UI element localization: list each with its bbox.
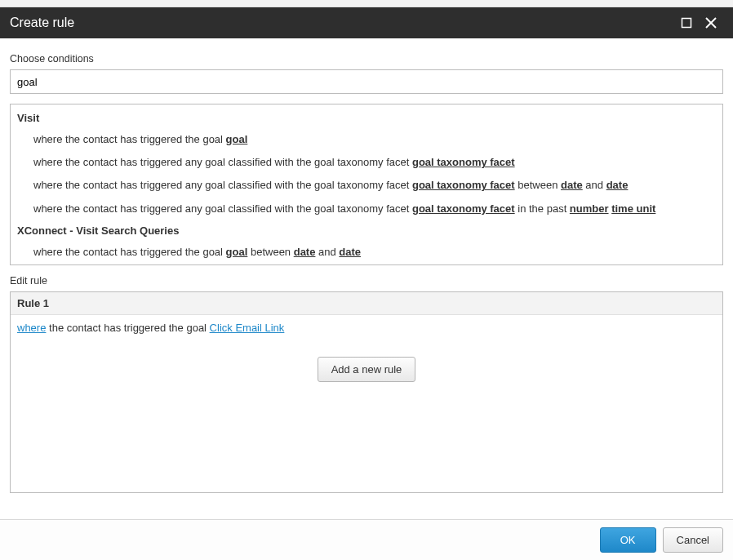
close-icon xyxy=(704,16,717,29)
close-button[interactable] xyxy=(699,11,723,35)
condition-token[interactable]: goal taxonomy facet xyxy=(412,156,515,168)
condition-row[interactable]: where the contact has triggered any goal… xyxy=(11,198,722,220)
condition-token[interactable]: goal taxonomy facet xyxy=(412,202,515,215)
condition-group-header: XConnect - Visit Search Queries xyxy=(11,220,722,241)
edit-rule-label: Edit rule xyxy=(10,275,723,287)
add-rule-button[interactable]: Add a new rule xyxy=(318,357,416,382)
condition-text: where the contact has triggered any goal… xyxy=(33,156,412,168)
condition-row[interactable]: where the contact has triggered the goal… xyxy=(11,128,722,151)
condition-text: in the past xyxy=(515,202,570,215)
ok-button[interactable]: OK xyxy=(600,527,656,553)
rule-mid-text: the contact has triggered the goal xyxy=(46,322,209,334)
condition-token[interactable]: goal xyxy=(226,133,248,145)
condition-row[interactable]: where the contact has triggered the goal… xyxy=(11,241,722,264)
condition-row[interactable]: where the contact has triggered any goal… xyxy=(11,174,722,197)
condition-token[interactable]: goal xyxy=(226,246,248,258)
condition-text: and xyxy=(315,246,339,258)
maximize-button[interactable] xyxy=(674,11,699,35)
dialog-title: Create rule xyxy=(10,16,674,30)
rule-editor: Rule 1 where the contact has triggered t… xyxy=(10,291,723,493)
condition-text: between xyxy=(247,246,293,258)
condition-text: between xyxy=(515,179,561,191)
rule-header: Rule 1 xyxy=(11,292,722,315)
background-strip xyxy=(0,0,733,7)
rule-expression: where the contact has triggered the goal… xyxy=(11,315,722,340)
condition-text: where the contact has triggered any goal… xyxy=(33,202,412,215)
choose-conditions-label: Choose conditions xyxy=(10,53,723,64)
condition-text: where the contact has triggered the goal xyxy=(33,246,226,258)
conditions-list[interactable]: Visitwhere the contact has triggered the… xyxy=(10,104,723,265)
condition-text: where the contact has triggered the goal xyxy=(33,133,226,145)
dialog-body: Choose conditions Visitwhere the contact… xyxy=(0,38,733,493)
condition-token[interactable]: number xyxy=(570,202,609,215)
condition-token[interactable]: date xyxy=(339,246,361,258)
dialog-footer: OK Cancel xyxy=(0,519,733,560)
condition-row[interactable]: where the contact has triggered any goal… xyxy=(11,151,722,174)
rule-where-token[interactable]: where xyxy=(17,322,46,334)
condition-token[interactable]: date xyxy=(606,179,629,191)
condition-token[interactable]: date xyxy=(294,246,316,258)
dialog-titlebar: Create rule xyxy=(0,7,733,38)
condition-token[interactable]: goal taxonomy facet xyxy=(412,179,515,191)
condition-group-header: Visit xyxy=(11,108,722,128)
rule-goal-value[interactable]: Click Email Link xyxy=(210,322,285,334)
svg-rect-0 xyxy=(682,19,691,28)
maximize-icon xyxy=(681,17,692,29)
condition-token[interactable]: date xyxy=(561,179,583,191)
condition-token[interactable]: time unit xyxy=(611,202,655,215)
conditions-search-input[interactable] xyxy=(10,69,723,94)
condition-text: where the contact has triggered any goal… xyxy=(33,179,412,191)
cancel-button[interactable]: Cancel xyxy=(663,527,723,553)
condition-text: and xyxy=(583,179,606,191)
